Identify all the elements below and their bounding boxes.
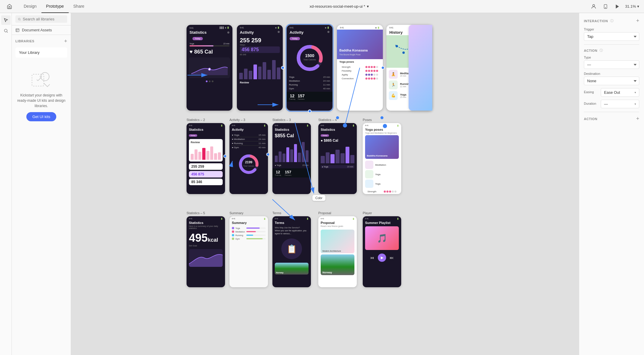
tool-panel	[0, 13, 12, 355]
norway-label: Norway	[276, 272, 283, 274]
yoga-pose-name: Baddha Konasana	[339, 49, 368, 52]
action-type-select[interactable]: — Transition Auto-Animate	[584, 60, 639, 69]
trigger-row: Trigger Tap Drag Time	[584, 28, 639, 41]
cobr-badge: Cobr	[312, 195, 325, 201]
play-button[interactable]	[613, 2, 621, 11]
artboard-poses-label: Poses 9:41 🔋 Yoga poses Yoga and Meditat…	[363, 118, 401, 194]
get-ui-kits-button[interactable]: Get UI kits	[26, 112, 56, 121]
zoom-arrow-icon: ▾	[637, 4, 639, 9]
interaction-section: INTERACTION ⓘ + Trigger Tap Drag Time AC…	[584, 18, 639, 125]
artboard-statistics-4-label: Statistics – 4 9:41 🔋 Statistics Today ●…	[318, 118, 357, 194]
tab-group: Design Prototype Share	[19, 0, 89, 13]
label-statistics-3: Statistics – 3	[272, 118, 311, 122]
label-activity-3: Activity – 3	[229, 118, 268, 122]
activity2-title: Activity	[290, 30, 303, 35]
kickstart-illustration	[30, 68, 53, 89]
kickstart-section: Kickstart your designs with ready-made U…	[12, 62, 71, 127]
document-title: xd-resources-social-meet-up-ui * ▾	[89, 4, 590, 9]
interaction-add-button[interactable]: +	[636, 18, 639, 24]
svg-text:1500: 1500	[305, 53, 314, 58]
topbar: Design Prototype Share xd-resources-soci…	[0, 0, 644, 13]
label-summary: Summary	[229, 211, 268, 215]
duration-dropdown-icon: ▾	[635, 102, 636, 106]
action-type-row: Type — Transition Auto-Animate	[584, 56, 639, 69]
svg-point-15	[40, 75, 42, 78]
search-tool[interactable]	[1, 26, 11, 36]
topbar-right-controls: 31.1% ▾	[590, 2, 639, 11]
select-tool[interactable]	[1, 15, 11, 25]
left-sidebar: Document Assets LIBRARIES + Your Library…	[0, 13, 71, 355]
norway-label-proposal: Norway	[322, 271, 332, 274]
your-library-item[interactable]: Your Library	[15, 47, 67, 58]
easing-dropdown-icon: ▾	[635, 91, 636, 94]
tab-prototype[interactable]: Prototype	[41, 0, 69, 13]
label-proposal: Proposal	[318, 211, 357, 215]
artboard-player: Player 9:41 🔋 Summer Playlist 🎵 ⏮ ▶ ⏭	[363, 211, 401, 287]
artboard-summary: Summary 9:41 🔋 Summary Yoga Meditation	[229, 211, 268, 287]
artboard-partial-right-1	[409, 25, 432, 111]
zoom-control[interactable]: 31.1% ▾	[625, 4, 639, 9]
svg-rect-11	[32, 74, 44, 86]
stats-title: Statistics	[189, 30, 207, 35]
svg-text:Total Calories: Total Calories	[243, 165, 254, 167]
destination-select[interactable]: None	[584, 77, 639, 85]
canvas: 9:41 ▌▌▌ ◈ 🔋 Statistics ⊕ Today Yoga15 m…	[71, 13, 579, 355]
artboard-terms: Terms 9:41 🔋 Terms Who May Use the Servi…	[272, 211, 311, 287]
interaction-info-icon: ⓘ	[610, 19, 614, 23]
svg-text:2199: 2199	[245, 160, 252, 164]
doc-icon	[15, 28, 20, 32]
label-statistics-5: Statistics – 5	[187, 211, 225, 215]
svg-line-7	[20, 20, 20, 20]
label-player: Player	[363, 211, 401, 215]
svg-point-4	[4, 29, 7, 32]
easing-select[interactable]: Ease Out ▾	[601, 88, 639, 97]
duration-row: Duration — ▾	[584, 100, 639, 108]
artboard-proposal: Proposal 9:41 🔋 Proposal Reach new fitne…	[318, 211, 357, 287]
action-info-icon: ⓘ	[600, 48, 603, 53]
label-statistics-2: Statistics – 2	[187, 118, 225, 122]
svg-point-2	[605, 7, 606, 8]
search-icon	[18, 17, 21, 21]
search-bar	[12, 13, 71, 25]
destination-row: Destination None	[584, 72, 639, 85]
home-button[interactable]	[5, 2, 14, 11]
svg-rect-8	[16, 28, 19, 32]
document-assets-item[interactable]: Document Assets	[12, 25, 71, 35]
artboard-yoga-poses: 9:41 ◈ 🔋 Baddha Konasana The Bound Angle…	[337, 25, 383, 111]
artboard-activity-2: 9:41 ◈ 🔋 Activity ⊕ Today 1500 Total Cal…	[287, 25, 333, 111]
activity1-title: Activity	[240, 30, 254, 35]
trigger-select[interactable]: Tap Drag Time	[584, 32, 639, 41]
artboard-statistics-2-label: Statistics – 2 9:41 🔋 Statistics Today R…	[187, 118, 225, 194]
artboard-statistics: 9:41 ▌▌▌ ◈ 🔋 Statistics ⊕ Today Yoga15 m…	[187, 25, 232, 111]
add-library-button[interactable]: +	[64, 38, 67, 44]
user-icon[interactable]	[590, 2, 598, 11]
artboard-statistics-5: Statistics – 5 9:41 🔋 Statistics Here is…	[187, 211, 225, 287]
svg-line-5	[7, 32, 8, 33]
svg-marker-3	[616, 4, 619, 9]
artboard-activity-3-label: Activity – 3 9:41 🔋 Activity ● Yoga15 mi…	[229, 118, 268, 194]
svg-point-0	[593, 4, 595, 7]
svg-point-25	[208, 68, 211, 70]
artboard-statistics-3-label: Statistics – 3 9:41 🔋 Statistics $855 Ca…	[272, 118, 311, 194]
search-input[interactable]	[23, 17, 65, 21]
easing-row: Easing Ease Out ▾	[584, 88, 639, 97]
svg-text:Total Calories: Total Calories	[303, 59, 316, 61]
tab-design[interactable]: Design	[19, 0, 41, 13]
duration-select[interactable]: — ▾	[601, 100, 639, 108]
label-terms: Terms	[272, 211, 311, 215]
svg-point-12	[41, 72, 49, 81]
tab-share[interactable]: Share	[69, 0, 89, 13]
svg-point-6	[18, 18, 20, 20]
sidebar-main: Document Assets LIBRARIES + Your Library…	[12, 13, 71, 355]
action2-add-button[interactable]: +	[636, 116, 639, 122]
device-preview-icon[interactable]	[601, 2, 610, 11]
right-sidebar: INTERACTION ⓘ + Trigger Tap Drag Time AC…	[579, 13, 644, 355]
title-dropdown-icon[interactable]: ▾	[367, 4, 369, 9]
today-badge: Today	[192, 37, 203, 40]
libraries-section: LIBRARIES + Your Library	[12, 35, 71, 62]
artboard-activity-1: 9:41 ◈ 🔋 Activity ⊕ 255 259 Steps 456 87…	[237, 25, 283, 111]
